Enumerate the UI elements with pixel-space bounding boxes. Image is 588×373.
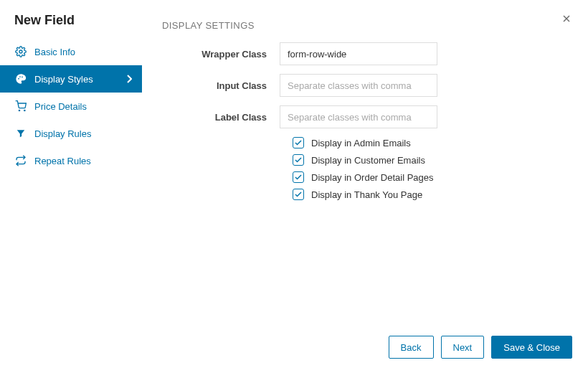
svg-point-3 [22, 76, 23, 77]
row-input-class: Input Class [162, 74, 568, 97]
checkbox-thank-you-page[interactable]: Display in Thank You Page [293, 189, 568, 200]
sidebar-item-label: Repeat Rules [34, 156, 91, 166]
sidebar-item-repeat-rules[interactable]: Repeat Rules [0, 147, 142, 174]
svg-point-2 [19, 76, 21, 77]
sidebar-item-label: Price Details [34, 101, 87, 112]
checkbox-customer-emails[interactable]: Display in Customer Emails [293, 154, 568, 166]
checkbox-label: Display in Admin Emails [311, 138, 411, 148]
checkbox-group: Display in Admin Emails Display in Custo… [162, 137, 568, 200]
sidebar-item-label: Display Rules [34, 128, 91, 139]
label-wrapper-class: Wrapper Class [162, 49, 280, 60]
form-area: Wrapper Class Input Class Label Class Di… [142, 35, 588, 206]
close-button[interactable] [561, 13, 572, 24]
palette-icon [14, 72, 27, 85]
save-close-button[interactable]: Save & Close [491, 336, 572, 359]
cart-icon [14, 100, 27, 113]
sidebar-item-label: Basic Info [34, 47, 75, 57]
sidebar-item-price-details[interactable]: Price Details [0, 93, 142, 120]
section-title: DISPLAY SETTINGS [142, 0, 588, 35]
svg-point-4 [19, 110, 19, 110]
sidebar: New Field Basic Info Display Styles Pric… [0, 0, 142, 373]
label-input-class: Input Class [162, 80, 280, 91]
checkbox-icon [293, 154, 304, 166]
label-label-class: Label Class [162, 112, 280, 123]
checkbox-label: Display in Thank You Page [311, 189, 422, 200]
sidebar-item-label: Display Styles [34, 74, 93, 85]
chevron-right-icon [126, 75, 132, 83]
funnel-icon [14, 127, 27, 140]
svg-point-0 [19, 50, 22, 53]
checkbox-order-detail-pages[interactable]: Display in Order Detail Pages [293, 171, 568, 183]
checkbox-icon [293, 137, 304, 148]
sidebar-item-basic-info[interactable]: Basic Info [0, 38, 142, 65]
back-button[interactable]: Back [389, 336, 434, 359]
checkbox-label: Display in Order Detail Pages [311, 172, 434, 183]
sidebar-title: New Field [0, 13, 142, 38]
row-wrapper-class: Wrapper Class [162, 42, 568, 65]
input-input-class[interactable] [280, 74, 437, 97]
checkbox-icon [293, 189, 304, 200]
input-wrapper-class[interactable] [280, 42, 437, 65]
gear-icon [14, 45, 27, 58]
checkbox-admin-emails[interactable]: Display in Admin Emails [293, 137, 568, 148]
svg-point-5 [24, 110, 25, 110]
footer-actions: Back Next Save & Close [142, 336, 588, 373]
main-panel: DISPLAY SETTINGS Wrapper Class Input Cla… [142, 0, 588, 373]
input-label-class[interactable] [280, 105, 437, 128]
row-label-class: Label Class [162, 105, 568, 128]
svg-point-1 [18, 78, 19, 80]
sidebar-item-display-rules[interactable]: Display Rules [0, 120, 142, 147]
sidebar-item-display-styles[interactable]: Display Styles [0, 65, 142, 93]
repeat-icon [14, 154, 27, 167]
checkbox-icon [293, 171, 304, 183]
next-button[interactable]: Next [441, 336, 485, 359]
checkbox-label: Display in Customer Emails [311, 155, 425, 166]
